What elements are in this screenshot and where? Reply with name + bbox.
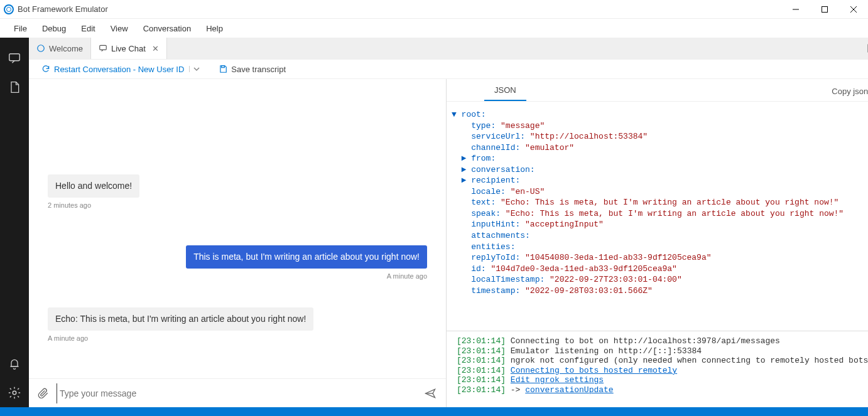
menu-debug[interactable]: Debug <box>35 21 73 36</box>
svg-rect-1 <box>822 6 828 12</box>
minimize-button[interactable] <box>781 0 810 19</box>
maximize-button[interactable] <box>810 0 839 19</box>
log-link[interactable]: Edit ngrok settings <box>511 375 604 385</box>
window-title: Bot Framework Emulator <box>18 4 108 14</box>
chat-tab-icon[interactable] <box>0 44 29 73</box>
window-controls <box>781 0 868 19</box>
message-timestamp: A minute ago <box>48 272 427 280</box>
log-link[interactable]: conversationUpdate <box>525 385 613 395</box>
notifications-icon[interactable] <box>0 349 29 378</box>
attachment-icon[interactable] <box>38 387 49 400</box>
close-button[interactable] <box>839 0 868 19</box>
json-viewer[interactable]: ▼ root: type: "message" serviceUrl: "htt… <box>447 102 868 331</box>
tab-live-chat[interactable]: Live Chat ✕ <box>91 38 167 59</box>
message-row: Hello and welcome! 2 minutes ago <box>48 174 427 209</box>
log-line: [23:01:14] ngrok not configured (only ne… <box>457 356 868 366</box>
message-row: Echo: This is meta, but I'm writing an a… <box>48 307 427 342</box>
message-timestamp: A minute ago <box>48 334 427 342</box>
tab-welcome[interactable]: Welcome <box>29 38 91 59</box>
settings-icon[interactable] <box>0 378 29 407</box>
menu-edit[interactable]: Edit <box>73 21 102 36</box>
inspector-tab-json[interactable]: JSON <box>484 80 526 101</box>
log-line: [23:01:14] -> conversationUpdate <box>457 385 868 395</box>
restart-conversation-button[interactable]: Restart Conversation - New User ID <box>41 65 200 74</box>
save-icon <box>219 65 227 73</box>
editor-area: Welcome Live Chat ✕ Restart Conversation… <box>29 38 868 407</box>
message-timestamp: 2 minutes ago <box>48 201 427 209</box>
copy-json-button[interactable]: Copy json <box>829 82 868 101</box>
log-line: [23:01:14] Edit ngrok settings <box>457 375 868 385</box>
svg-point-5 <box>13 391 16 395</box>
chevron-down-icon[interactable] <box>189 66 200 72</box>
save-label: Save transcript <box>231 65 286 74</box>
tab-strip: Welcome Live Chat ✕ <box>29 38 868 59</box>
chat-icon <box>99 44 107 53</box>
menu-view[interactable]: View <box>103 21 136 36</box>
chat-input-bar <box>29 378 446 407</box>
inspector-tabs: JSON Copy json <box>447 79 868 102</box>
chat-transcript[interactable]: Hello and welcome! 2 minutes ago This is… <box>29 79 446 378</box>
svg-rect-4 <box>9 54 20 61</box>
log-line: [23:01:14] Emulator listening on http://… <box>457 346 868 356</box>
save-transcript-button[interactable]: Save transcript <box>219 65 286 74</box>
send-icon[interactable] <box>423 387 437 400</box>
refresh-icon <box>41 65 50 73</box>
svg-point-6 <box>38 45 45 52</box>
activity-bar <box>0 38 29 407</box>
close-tab-icon[interactable]: ✕ <box>152 44 159 53</box>
user-message-bubble[interactable]: This is meta, but I'm writing an article… <box>186 245 427 269</box>
chat-panel: Hello and welcome! 2 minutes ago This is… <box>29 79 447 407</box>
resources-tab-icon[interactable] <box>0 73 29 102</box>
svg-rect-7 <box>100 45 107 50</box>
restart-label: Restart Conversation - New User ID <box>54 65 184 74</box>
menu-file[interactable]: File <box>6 21 35 36</box>
svg-rect-10 <box>222 66 225 68</box>
log-line: [23:01:14] Connecting to bots hosted rem… <box>457 366 868 376</box>
title-bar: Bot Framework Emulator <box>0 0 868 19</box>
log-panel[interactable]: [23:01:14] Connecting to bot on http://l… <box>447 331 868 407</box>
chat-toolbar: Restart Conversation - New User ID Save … <box>29 59 868 79</box>
menu-conversation[interactable]: Conversation <box>136 21 199 36</box>
bot-message-bubble[interactable]: Hello and welcome! <box>48 174 139 198</box>
app-logo-icon <box>4 4 14 14</box>
menu-help[interactable]: Help <box>198 21 231 36</box>
log-link[interactable]: Connecting to bots hosted remotely <box>511 366 677 375</box>
inspector-panel: JSON Copy json ▼ root: type: "message" s… <box>447 79 868 407</box>
menu-bar: File Debug Edit View Conversation Help <box>0 19 868 38</box>
tab-welcome-label: Welcome <box>49 44 83 53</box>
status-bar <box>0 407 868 416</box>
message-input[interactable] <box>57 383 416 403</box>
log-line: [23:01:14] Connecting to bot on http://l… <box>457 336 868 346</box>
tab-live-chat-label: Live Chat <box>111 44 146 53</box>
bot-message-bubble[interactable]: Echo: This is meta, but I'm writing an a… <box>48 307 313 331</box>
message-row: This is meta, but I'm writing an article… <box>48 245 427 280</box>
bot-icon <box>36 44 45 53</box>
